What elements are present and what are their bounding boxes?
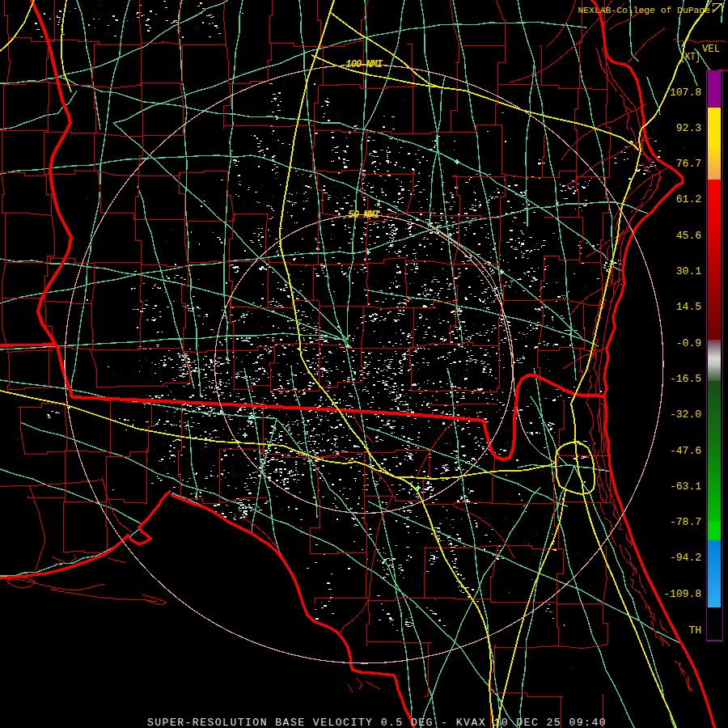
svg-text:107.8: 107.8: [670, 87, 701, 99]
svg-text:45.6: 45.6: [676, 230, 701, 242]
svg-text:61.2: 61.2: [676, 193, 701, 205]
svg-text:30.1: 30.1: [676, 265, 701, 277]
svg-text:-32.0: -32.0: [670, 408, 701, 421]
svg-text:-94.2: -94.2: [670, 552, 701, 564]
svg-text:SUPER-RESOLUTION BASE VELOCITY: SUPER-RESOLUTION BASE VELOCITY 0.5 DEG -…: [147, 717, 605, 728]
svg-text:NEXLAB-College of DuPage: NEXLAB-College of DuPage: [578, 5, 711, 15]
svg-text:-109.8: -109.8: [663, 588, 701, 600]
svg-text:-63.1: -63.1: [670, 480, 701, 493]
svg-text:14.5: 14.5: [676, 301, 701, 313]
svg-text:-16.5: -16.5: [670, 373, 701, 385]
svg-text:TH: TH: [688, 624, 701, 637]
svg-text:VEL: VEL: [702, 44, 720, 55]
svg-text:-78.7: -78.7: [670, 516, 701, 528]
svg-text:76.7: 76.7: [676, 158, 701, 170]
svg-text:-0.9: -0.9: [676, 337, 701, 349]
svg-text:[KT]: [KT]: [680, 52, 701, 63]
svg-text:100 NMI: 100 NMI: [345, 59, 383, 70]
svg-text:92.3: 92.3: [676, 122, 701, 134]
svg-text:-47.6: -47.6: [670, 445, 701, 457]
svg-text:50 NMI: 50 NMI: [348, 210, 380, 221]
